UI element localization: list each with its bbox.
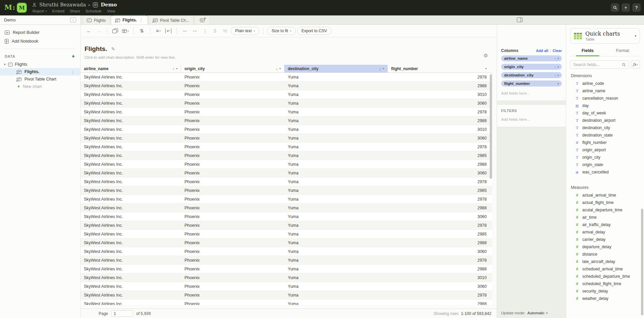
size-to-fit-dropdown[interactable]: Size to fit▾ [267,27,296,35]
workspace-avatar[interactable]: M [17,3,27,13]
cell-flight-number[interactable]: 2988 [388,238,492,247]
duplicate-table-button[interactable] [111,27,120,35]
sort-asc-icon[interactable]: ↑ [554,57,556,60]
measure-field-item[interactable]: # acutal_departure_time [570,206,640,214]
column-header-origin-city[interactable]: origin_city ↓▾ [181,65,284,72]
cell-destination-city[interactable]: Yuma [284,90,388,99]
cell-airline-name[interactable]: SkyWest Airlines Inc. [80,73,181,81]
cell-flight-number[interactable]: 3010 [388,125,492,134]
table-row[interactable]: SkyWest Airlines Inc. Phoenix Yuma 2988 [80,265,492,273]
cell-destination-city[interactable]: Yuma [284,151,388,160]
cell-destination-city[interactable]: Yuma [284,186,388,195]
cell-origin-city[interactable]: Phoenix [181,177,284,186]
chevron-down-icon[interactable]: ▾ [557,74,559,77]
table-row[interactable]: SkyWest Airlines Inc. Phoenix Yuma 2988 [80,204,492,212]
add-data-button[interactable]: + [72,54,75,59]
cell-origin-city[interactable]: Phoenix [181,273,284,282]
cell-origin-city[interactable]: Phoenix [181,204,284,212]
measure-field-item[interactable]: # security_delay [570,287,640,295]
field-pill-destination-city[interactable]: destination_city ↓▾ [501,72,562,78]
dimension-field-item[interactable]: T origin_city [570,154,640,161]
cell-airline-name[interactable]: SkyWest Airlines Inc. [80,291,181,299]
sort-desc-icon[interactable]: ↓ [554,73,556,77]
field-pill-flight-number[interactable]: flight_number ▾ [501,81,562,87]
search-fields-input[interactable]: Search fields... [570,60,629,69]
menu-schedule[interactable]: Schedule [86,9,102,13]
table-row[interactable]: SkyWest Airlines Inc. Phoenix Yuma 2978 [80,73,492,82]
measure-field-item[interactable]: # weather_delay [570,295,640,302]
help-button[interactable]: ? [632,3,641,12]
cell-flight-number[interactable]: 2988 [388,116,492,125]
cell-destination-city[interactable]: Yuma [284,300,388,305]
cell-flight-number[interactable]: 3010 [388,90,492,99]
cell-flight-number[interactable]: 2988 [388,160,492,168]
table-row[interactable]: SkyWest Airlines Inc. Phoenix Yuma 2978 [80,177,492,186]
field-pill-airline-name[interactable]: airline_name ↑▾ [501,55,562,61]
chart-description-placeholder[interactable]: Click to add chart description. Shift-en… [85,55,497,59]
cell-flight-number[interactable]: 3060 [388,134,492,142]
dimension-field-item[interactable]: ◉ was_cancelled [570,168,640,176]
measure-field-item[interactable]: # actual_flight_time [570,199,640,206]
table-row[interactable]: SkyWest Airlines Inc. Phoenix Yuma 3060 [80,212,492,221]
measure-field-item[interactable]: # schedued_arrival_time [570,265,640,273]
cell-flight-number[interactable]: 3060 [388,169,492,177]
cell-airline-name[interactable]: SkyWest Airlines Inc. [80,195,181,203]
measure-field-item[interactable]: # arrival_delay [570,228,640,236]
cell-flight-number[interactable]: 2988 [388,82,492,90]
report-builder-item[interactable]: Report Builder [0,28,80,37]
remove-table-button[interactable]: ▾ [121,27,130,35]
breadcrumb-user[interactable]: Shruthi Bezawada [39,2,86,8]
cell-destination-city[interactable]: Yuma [284,160,388,168]
sort-rows-button[interactable]: ⇅ [138,27,146,35]
measure-field-item[interactable]: # scheduled_flight_time [570,280,640,287]
export-csv-button[interactable]: Export to CSV [297,27,331,35]
cell-airline-name[interactable]: SkyWest Airlines Inc. [80,169,181,177]
menu-share[interactable]: Share [70,9,80,13]
cell-origin-city[interactable]: Phoenix [181,291,284,299]
cell-origin-city[interactable]: Phoenix [181,238,284,247]
dimension-field-item[interactable]: T origin_state [570,161,640,168]
collapse-right-panel-icon[interactable] [517,17,523,22]
add-notebook-item[interactable]: Add Notebook [0,37,80,46]
cell-origin-city[interactable]: Phoenix [181,160,284,168]
cell-origin-city[interactable]: Phoenix [181,108,284,116]
cell-origin-city[interactable]: Phoenix [181,82,284,90]
table-row[interactable]: SkyWest Airlines Inc. Phoenix Yuma 2988 [80,300,492,305]
dimension-field-item[interactable]: T airline_name [570,87,640,95]
cell-flight-number[interactable]: 3060 [388,99,492,107]
table-row[interactable]: SkyWest Airlines Inc. Phoenix Yuma 2985 [80,230,492,238]
decrease-decimal-button[interactable]: ↤ [180,27,189,35]
cell-flight-number[interactable]: 2988 [388,204,492,212]
dimension-field-item[interactable]: ▦ day [570,102,640,109]
cell-airline-name[interactable]: SkyWest Airlines Inc. [80,247,181,256]
cell-airline-name[interactable]: SkyWest Airlines Inc. [80,125,181,134]
table-scrollbar[interactable] [490,74,492,179]
chevron-down-icon[interactable]: ▾ [557,65,559,68]
table-row[interactable]: SkyWest Airlines Inc. Phoenix Yuma 3060 [80,247,492,256]
tab-flights-query[interactable]: Flights [83,16,110,24]
cell-airline-name[interactable]: SkyWest Airlines Inc. [80,108,181,116]
dimension-field-item[interactable]: T destination_airport [570,117,640,124]
table-row[interactable]: SkyWest Airlines Inc. Phoenix Yuma 2988 [80,82,492,90]
table-row[interactable]: SkyWest Airlines Inc. Phoenix Yuma 2978 [80,291,492,300]
cell-flight-number[interactable]: 2978 [388,73,492,81]
collapse-sidebar-icon[interactable]: ‹ [70,17,76,22]
table-row[interactable]: SkyWest Airlines Inc. Phoenix Yuma 2978 [80,195,492,204]
cell-destination-city[interactable]: Yuma [284,273,388,282]
menu-embed[interactable]: Embed [52,9,64,13]
chart-type-selector[interactable]: Quick charts Table ▾ [570,28,640,44]
cell-airline-name[interactable]: SkyWest Airlines Inc. [80,134,181,142]
dimension-field-item[interactable]: # flight_number [570,139,640,146]
column-header-airline-name[interactable]: airline_name ↑▾ [80,65,181,72]
cell-airline-name[interactable]: SkyWest Airlines Inc. [80,212,181,221]
cell-flight-number[interactable]: 2978 [388,291,492,299]
chart-item-flights[interactable]: ✓ Flights. ⋮ [0,68,80,75]
format-dropdown[interactable]: Plain text▾ [231,27,259,35]
cell-flight-number[interactable]: 3060 [388,282,492,290]
sort-asc-icon[interactable]: ↑ [172,67,174,71]
cell-airline-name[interactable]: SkyWest Airlines Inc. [80,82,181,90]
increase-decimal-button[interactable]: ↦ [191,27,199,35]
table-row[interactable]: SkyWest Airlines Inc. Phoenix Yuma 3060 [80,134,492,143]
cell-airline-name[interactable]: SkyWest Airlines Inc. [80,238,181,247]
cell-flight-number[interactable]: 2985 [388,230,492,238]
